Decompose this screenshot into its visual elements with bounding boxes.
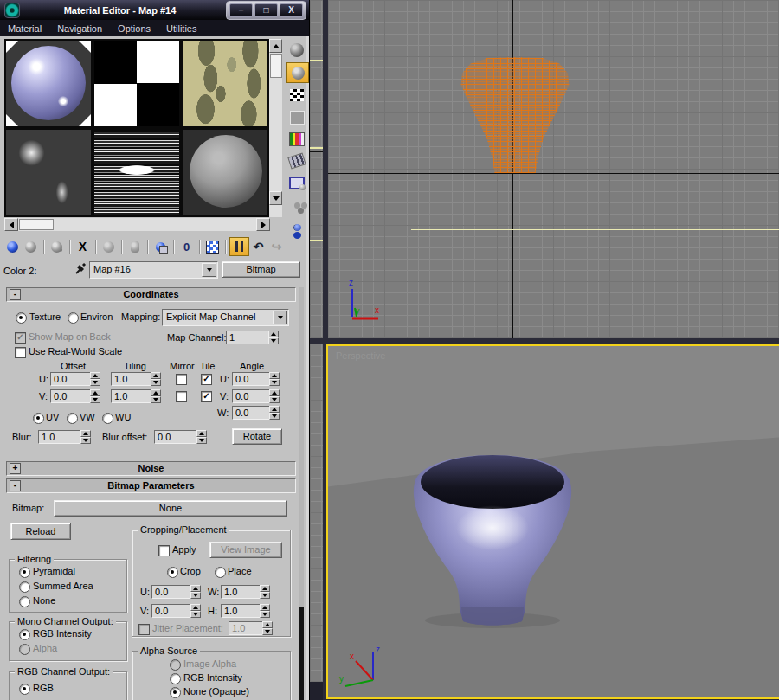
offset-u-field[interactable]: 0.0	[50, 372, 93, 386]
angle-v-field[interactable]: 0.0	[232, 389, 273, 403]
crop-h-spinner[interactable]	[260, 604, 270, 618]
sample-slot-falloff[interactable]	[4, 128, 93, 217]
slots-vscrollbar[interactable]	[269, 39, 282, 217]
rotate-button[interactable]: Rotate	[232, 428, 282, 445]
pyramidal-radio[interactable]	[19, 567, 30, 578]
rollout-scrollbar-track[interactable]	[299, 607, 304, 700]
video-color-check-button[interactable]	[286, 130, 307, 149]
map-channel-field[interactable]: 1	[226, 331, 270, 344]
none-opaque-radio[interactable]	[170, 687, 181, 698]
eyedropper-icon[interactable]	[74, 261, 87, 276]
mapping-combobox[interactable]: Explicit Map Channel	[162, 309, 289, 326]
select-by-material-button[interactable]	[286, 196, 307, 215]
crop-v-spinner[interactable]	[190, 604, 201, 618]
view-image-button[interactable]: View Image	[209, 542, 282, 558]
blur-offset-field[interactable]: 0.0	[154, 430, 200, 444]
viewport-label[interactable]: Perspective	[336, 350, 385, 362]
jitter-placement-checkbox[interactable]	[138, 624, 150, 635]
rollout-bitmap-parameters[interactable]: - Bitmap Parameters	[6, 478, 296, 493]
angle-w-field[interactable]: 0.0	[232, 406, 273, 420]
sample-uv-tiling-button[interactable]	[286, 108, 307, 127]
tiling-u-spinner[interactable]	[151, 372, 161, 386]
minimize-button[interactable]: –	[229, 3, 253, 17]
tile-u-checkbox[interactable]	[201, 374, 212, 385]
vase-wireframe-object[interactable]	[459, 57, 571, 173]
put-material-to-scene-button[interactable]	[22, 238, 40, 255]
make-material-copy-button[interactable]	[100, 238, 118, 255]
jitter-placement-field[interactable]: 1.0	[229, 621, 266, 635]
use-real-world-scale-checkbox[interactable]	[15, 347, 26, 358]
viewport-left-sliver-bottom[interactable]	[310, 344, 323, 682]
place-radio[interactable]	[215, 567, 226, 578]
tile-v-checkbox[interactable]	[201, 391, 212, 402]
tiling-v-spinner[interactable]	[151, 389, 161, 403]
line-shape-object[interactable]	[411, 229, 779, 230]
tiling-v-field[interactable]: 1.0	[111, 389, 154, 403]
scroll-up-button[interactable]	[269, 39, 282, 53]
close-button[interactable]: X	[280, 3, 303, 17]
blur-field[interactable]: 1.0	[38, 430, 84, 444]
rollout-noise[interactable]: + Noise	[6, 461, 296, 476]
rollout-scrollbar[interactable]	[299, 287, 304, 700]
assign-material-to-selection-button[interactable]	[48, 238, 66, 255]
environ-radio[interactable]	[68, 312, 79, 324]
offset-v-spinner[interactable]	[90, 389, 100, 403]
menu-navigation[interactable]: Navigation	[49, 23, 110, 34]
collapse-icon[interactable]: -	[10, 289, 21, 300]
scroll-right-button[interactable]	[256, 218, 270, 231]
crop-h-field[interactable]: 1.0	[221, 604, 263, 618]
sample-type-button[interactable]	[286, 41, 307, 60]
map-type-button[interactable]: Bitmap	[222, 261, 300, 278]
crop-w-field[interactable]: 1.0	[221, 585, 263, 599]
rgb-intensity-radio[interactable]	[19, 629, 30, 640]
show-end-result-button[interactable]	[229, 237, 249, 256]
go-forward-to-sibling-button[interactable]: ↪	[267, 238, 286, 255]
reload-button[interactable]: Reload	[10, 523, 71, 540]
collapse-icon[interactable]: -	[10, 480, 21, 491]
map-name-combobox[interactable]: Map #16	[89, 261, 218, 279]
offset-u-spinner[interactable]	[90, 372, 100, 386]
slots-hscrollbar[interactable]	[4, 218, 268, 231]
get-material-button[interactable]	[3, 238, 22, 255]
make-unique-button[interactable]	[126, 238, 144, 255]
menu-utilities[interactable]: Utilities	[158, 23, 204, 34]
material-map-navigator-button[interactable]	[286, 218, 307, 237]
viewport-front[interactable]: z y x	[328, 0, 779, 338]
scroll-down-button[interactable]	[269, 191, 282, 205]
background-button[interactable]	[286, 86, 307, 105]
blur-offset-spinner[interactable]	[196, 430, 207, 444]
crop-v-field[interactable]: 0.0	[151, 604, 194, 618]
angle-w-spinner[interactable]	[269, 406, 280, 420]
options-button[interactable]	[286, 173, 307, 192]
rollout-coordinates[interactable]: - Coordinates	[6, 287, 296, 302]
texture-radio[interactable]	[16, 312, 27, 324]
rgb-radio[interactable]	[19, 684, 30, 695]
alpha-rgb-intensity-radio[interactable]	[170, 673, 181, 684]
backlight-button[interactable]	[286, 62, 309, 83]
sample-slot-active[interactable]	[4, 39, 93, 128]
vase-shaded-object[interactable]	[406, 441, 581, 630]
alpha-radio[interactable]	[19, 644, 30, 655]
expand-icon[interactable]: +	[10, 463, 21, 474]
mirror-v-checkbox[interactable]	[176, 391, 187, 402]
viewport-left-sliver-top[interactable]	[310, 0, 323, 338]
title-bar[interactable]: Material Editor - Map #14 – □ X	[0, 0, 309, 20]
apply-checkbox[interactable]	[158, 545, 170, 556]
blur-spinner[interactable]	[80, 430, 91, 444]
mirror-u-checkbox[interactable]	[176, 374, 187, 385]
menu-options[interactable]: Options	[110, 23, 158, 34]
go-to-parent-button[interactable]: ↶	[249, 238, 267, 255]
crop-u-field[interactable]: 0.0	[151, 585, 194, 599]
filtering-none-radio[interactable]	[19, 596, 30, 607]
angle-u-field[interactable]: 0.0	[232, 372, 273, 386]
bitmap-file-button[interactable]: None	[54, 500, 287, 517]
make-preview-button[interactable]	[286, 151, 307, 170]
combo-dropdown-button[interactable]	[202, 263, 216, 277]
map-channel-spinner[interactable]	[268, 331, 279, 344]
reset-map-mtl-button[interactable]: X	[74, 238, 92, 255]
sample-slot-camouflage[interactable]	[181, 39, 269, 128]
combo-dropdown-button[interactable]	[273, 311, 287, 324]
sample-slot-checker[interactable]	[93, 39, 181, 128]
scroll-thumb[interactable]	[19, 219, 54, 230]
sample-slot-noise[interactable]	[93, 128, 181, 217]
